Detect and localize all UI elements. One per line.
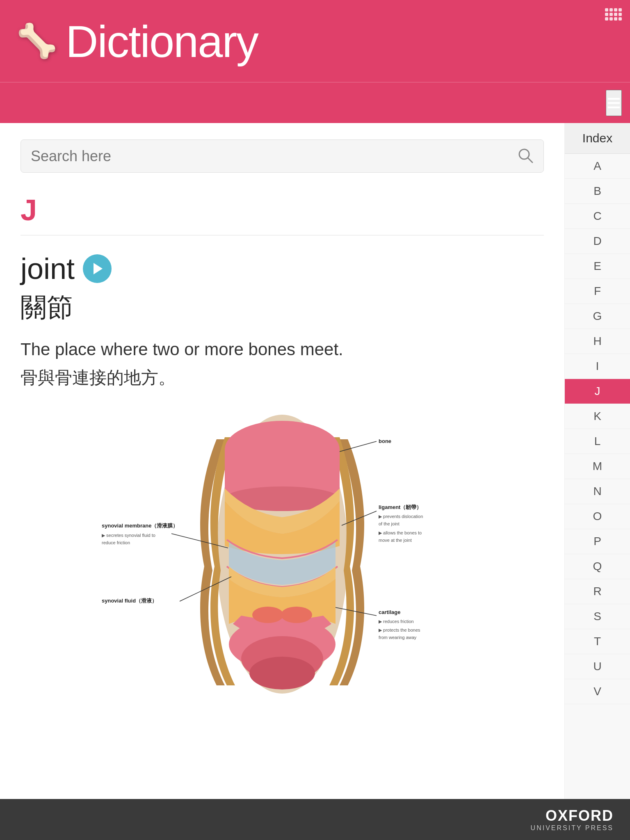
label-ligament-note1b: of the joint [379,521,399,526]
app-logo: 🦴 Dictionary [16,15,258,67]
word-translation: 關節 [21,290,544,325]
definition-english: The place where two or more bones meet. [21,338,544,362]
label-cartilage-note2b: from wearing away [379,635,417,640]
label-bone: bone [379,438,391,444]
search-icon [517,147,534,164]
index-sidebar: Index A B C D E F G H I J K L M N O P Q … [564,123,630,799]
index-letter-n[interactable]: N [565,479,630,504]
index-header-label: Index [565,123,630,154]
word-entry: joint 關節 The place where two or more bon… [21,252,544,390]
svg-point-9 [252,607,283,623]
label-ligament-note1: ▶ prevents dislocation [379,514,423,519]
index-letter-o[interactable]: O [565,504,630,529]
index-letter-m[interactable]: M [565,454,630,479]
index-letter-q[interactable]: Q [565,554,630,579]
label-ligament-note2: ▶ allows the bones to [379,530,422,535]
svg-point-10 [281,607,312,623]
index-letter-a[interactable]: A [565,154,630,179]
index-letter-g[interactable]: G [565,304,630,329]
definition-chinese: 骨與骨連接的地方。 [21,366,544,390]
svg-point-8 [249,657,315,689]
label-synovial-membrane: synovial membrane（滑液膜） [102,523,178,529]
word-title: joint [21,252,75,285]
index-letter-e[interactable]: E [565,254,630,279]
index-letter-r[interactable]: R [565,579,630,604]
section-letter: J [21,193,544,227]
index-letter-t[interactable]: T [565,629,630,654]
toolbar: ≡ [0,82,630,123]
app-header: 🦴 Dictionary [0,0,630,82]
oxford-title: OXFORD [531,807,614,824]
search-bar [21,139,544,173]
label-ligament: ligament（韌帶） [379,504,422,510]
label-cartilage: cartilage [379,609,400,615]
label-synovial-fluid: synovial fluid（滑液） [102,598,157,604]
app-logo-icon: 🦴 [16,22,57,60]
index-letter-u[interactable]: U [565,654,630,679]
grid-dots-icon [605,8,622,21]
app-title: Dictionary [66,15,258,67]
content-area: J joint 關節 The place where two or more b… [0,123,564,799]
word-header: joint [21,252,544,285]
label-cartilage-note1: ▶ reduces friction [379,619,414,624]
index-letter-c[interactable]: C [565,204,630,229]
index-letter-b[interactable]: B [565,179,630,204]
index-letter-l[interactable]: L [565,429,630,454]
index-letter-h[interactable]: H [565,329,630,354]
label-cartilage-note2: ▶ protects the bones [379,628,420,632]
label-ligament-note2b: move at the joint [379,538,412,543]
index-letter-f[interactable]: F [565,279,630,304]
index-letter-v[interactable]: V [565,679,630,704]
oxford-logo: OXFORD UNIVERSITY PRESS [531,807,614,832]
label-synovial-membrane-note: ▶ secretes synovial fluid to [102,533,155,538]
index-letter-s[interactable]: S [565,604,630,629]
svg-line-1 [528,158,532,162]
index-letter-p[interactable]: P [565,529,630,554]
joint-diagram-svg: bone ligament（韌帶） ▶ prevents dislocation… [98,406,467,702]
search-input[interactable] [31,148,513,165]
grid-icon-area [605,8,622,21]
play-icon [94,263,103,274]
hamburger-menu-button[interactable]: ≡ [606,90,622,116]
label-synovial-membrane-note2: reduce friction [102,540,130,545]
index-letter-i[interactable]: I [565,354,630,379]
joint-diagram: bone ligament（韌帶） ▶ prevents dislocation… [21,406,544,702]
section-divider [21,235,544,235]
index-letter-k[interactable]: K [565,404,630,429]
footer: OXFORD UNIVERSITY PRESS [0,799,630,840]
main-layout: J joint 關節 The place where two or more b… [0,123,630,799]
index-letter-j[interactable]: J [565,379,630,404]
oxford-subtitle: UNIVERSITY PRESS [531,824,614,832]
search-button[interactable] [517,147,534,165]
audio-button[interactable] [83,254,112,283]
index-letter-d[interactable]: D [565,229,630,254]
